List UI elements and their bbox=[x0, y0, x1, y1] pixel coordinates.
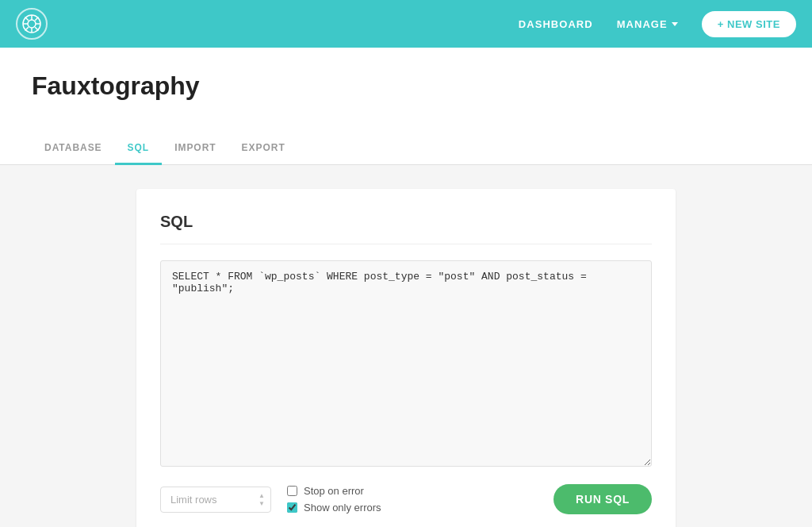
header-nav: DASHBOARD MANAGE + NEW SITE bbox=[519, 11, 796, 37]
sql-controls: ▲ ▼ Stop on error Show only errors RUN S… bbox=[160, 484, 652, 514]
dashboard-nav-item[interactable]: DASHBOARD bbox=[519, 18, 593, 30]
stop-on-error-checkbox[interactable] bbox=[287, 486, 297, 496]
tab-bar: DATABASE SQL IMPORT EXPORT bbox=[0, 133, 812, 165]
new-site-button[interactable]: + NEW SITE bbox=[702, 11, 796, 37]
sql-textarea[interactable] bbox=[160, 260, 652, 467]
sql-card: SQL ▲ ▼ Stop on error Show only bbox=[136, 189, 676, 527]
show-only-errors-label[interactable]: Show only errors bbox=[287, 502, 381, 514]
checkboxes-group: Stop on error Show only errors bbox=[287, 485, 381, 514]
run-sql-button[interactable]: RUN SQL bbox=[553, 484, 652, 514]
sql-card-title: SQL bbox=[160, 213, 652, 244]
tab-export[interactable]: EXPORT bbox=[229, 133, 298, 165]
svg-point-1 bbox=[28, 20, 36, 28]
app-header: DASHBOARD MANAGE + NEW SITE bbox=[0, 0, 812, 48]
tab-import[interactable]: IMPORT bbox=[162, 133, 228, 165]
svg-line-8 bbox=[35, 17, 38, 21]
svg-line-9 bbox=[25, 27, 29, 30]
show-only-errors-checkbox[interactable] bbox=[287, 502, 297, 513]
spinner-arrows[interactable]: ▲ ▼ bbox=[259, 492, 265, 507]
manage-nav-item[interactable]: MANAGE bbox=[617, 18, 678, 30]
svg-line-7 bbox=[35, 27, 38, 30]
tab-database[interactable]: DATABASE bbox=[32, 133, 115, 165]
page-title: Fauxtography bbox=[32, 71, 780, 101]
spinner-down-icon[interactable]: ▼ bbox=[259, 500, 265, 507]
main-content: SQL ▲ ▼ Stop on error Show only bbox=[0, 165, 812, 527]
page-title-area: Fauxtography bbox=[0, 48, 812, 133]
svg-line-6 bbox=[25, 17, 29, 21]
manage-chevron-icon bbox=[672, 22, 678, 26]
limit-rows-wrapper: ▲ ▼ bbox=[160, 487, 271, 513]
limit-rows-input[interactable] bbox=[160, 487, 271, 513]
tab-sql[interactable]: SQL bbox=[115, 133, 163, 165]
logo-icon[interactable] bbox=[16, 8, 48, 40]
stop-on-error-label[interactable]: Stop on error bbox=[287, 485, 381, 497]
spinner-up-icon[interactable]: ▲ bbox=[259, 492, 265, 499]
